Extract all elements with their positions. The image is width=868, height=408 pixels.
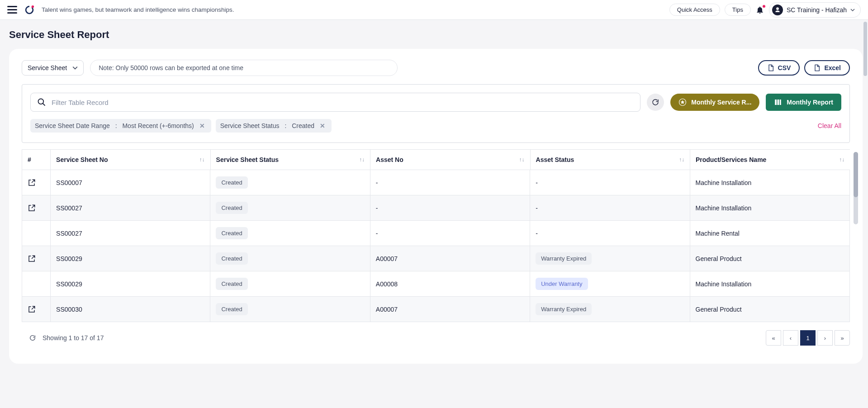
cell-asset-status: -	[530, 195, 690, 221]
cell-product: Machine Installation	[690, 271, 849, 297]
tips-button[interactable]: Tips	[725, 4, 751, 16]
refresh-button[interactable]	[647, 94, 664, 111]
col-sheet-status[interactable]: Service Sheet Status ↑↓	[210, 150, 370, 170]
tagline-text: Talent wins games, but teamwork and inte…	[42, 6, 234, 13]
table-row: SS00007Created--Machine Installation	[22, 170, 850, 195]
svg-point-0	[32, 5, 34, 7]
col-product[interactable]: Product/Services Name ↑↓	[690, 150, 850, 170]
status-badge: Created	[216, 252, 247, 265]
table-row: SS00027Created--Machine Rental	[22, 221, 850, 246]
export-excel-button[interactable]: Excel	[804, 60, 850, 76]
cell-product: General Product	[690, 297, 849, 322]
cell-asset-status: Warranty Expired	[530, 297, 690, 322]
file-icon	[767, 64, 774, 71]
remove-chip-button[interactable]: ✕	[318, 122, 327, 129]
top-bar: Talent wins games, but teamwork and inte…	[0, 0, 868, 20]
sort-icon: ↑↓	[839, 157, 844, 163]
status-badge: Created	[216, 176, 247, 189]
asset-status-badge: Warranty Expired	[536, 303, 592, 315]
cell-asset-status: Under Warranty	[530, 271, 690, 297]
cell-product: Machine Installation	[690, 170, 849, 195]
open-row-button[interactable]	[28, 305, 45, 313]
notification-dot-icon	[762, 5, 766, 8]
open-row-button[interactable]	[28, 179, 45, 187]
cell-sheet-status: Created	[210, 221, 370, 246]
refresh-small-button[interactable]	[29, 334, 36, 342]
pagination-row: Showing 1 to 17 of 17 « ‹ 1 › »	[22, 330, 850, 353]
sheet-type-dropdown[interactable]: Service Sheet	[22, 60, 84, 76]
cell-sheet-status: Created	[210, 271, 370, 297]
search-row: Monthly Service R... Monthly Report	[30, 93, 841, 112]
page-first-button[interactable]: «	[766, 330, 781, 346]
sort-icon: ↑↓	[199, 157, 205, 163]
cell-asset-no: A00008	[370, 271, 530, 297]
table-row: SS00027Created--Machine Installation	[22, 195, 850, 221]
monthly-report-button[interactable]: Monthly Report	[766, 94, 841, 111]
cell-sheet-no: SS00029	[51, 246, 210, 271]
page-last-button[interactable]: »	[835, 330, 850, 346]
cell-sheet-status: Created	[210, 246, 370, 271]
pagination-controls: « ‹ 1 › »	[766, 330, 850, 346]
columns-icon	[774, 98, 782, 106]
search-box[interactable]	[30, 93, 640, 112]
menu-button[interactable]	[7, 6, 17, 14]
sort-icon: ↑↓	[679, 157, 684, 163]
page-number-button[interactable]: 1	[800, 330, 816, 346]
page-scrollbar[interactable]	[863, 22, 867, 76]
cell-sheet-no: SS00027	[51, 221, 210, 246]
chevron-down-icon	[72, 65, 78, 71]
table-wrap: # Service Sheet No ↑↓ Service Sheet Stat…	[22, 149, 850, 322]
page-next-button[interactable]: ›	[817, 330, 833, 346]
svg-rect-4	[778, 100, 779, 105]
cell-product: General Product	[690, 246, 849, 271]
cell-sheet-status: Created	[210, 195, 370, 221]
search-input[interactable]	[52, 99, 634, 106]
content-area: Service Sheet Report Service Sheet Note:…	[0, 20, 868, 408]
open-row-button[interactable]	[28, 204, 45, 212]
user-menu[interactable]: SC Training - Hafizah	[769, 2, 861, 18]
col-hash: #	[22, 150, 51, 170]
cell-sheet-status: Created	[210, 297, 370, 322]
table-frame: Monthly Service R... Monthly Report Serv…	[22, 84, 850, 143]
table-row: SS00030CreatedA00007Warranty ExpiredGene…	[22, 297, 850, 322]
asset-status-badge: Warranty Expired	[536, 252, 592, 265]
app-logo[interactable]	[24, 5, 34, 15]
table-row: SS00029CreatedA00008Under WarrantyMachin…	[22, 271, 850, 297]
search-icon	[37, 98, 46, 107]
sort-icon: ↑↓	[519, 157, 525, 163]
cell-asset-status: -	[530, 170, 690, 195]
quick-access-button[interactable]: Quick Access	[669, 4, 720, 16]
monthly-service-button[interactable]: Monthly Service R...	[670, 94, 759, 111]
filter-chip-date-range[interactable]: Service Sheet Date Range : Most Recent (…	[30, 119, 211, 133]
page-prev-button[interactable]: ‹	[783, 330, 798, 346]
notifications-button[interactable]	[755, 5, 764, 14]
refresh-icon	[651, 98, 659, 106]
clear-all-filters[interactable]: Clear All	[818, 122, 841, 129]
page-title: Service Sheet Report	[9, 29, 863, 41]
col-asset-status[interactable]: Asset Status ↑↓	[530, 150, 690, 170]
table-scrollbar[interactable]	[854, 152, 858, 224]
scrollbar-thumb[interactable]	[854, 152, 858, 197]
remove-chip-button[interactable]: ✕	[198, 122, 207, 129]
status-badge: Created	[216, 202, 247, 214]
cell-sheet-no: SS00030	[51, 297, 210, 322]
col-asset-no[interactable]: Asset No ↑↓	[370, 150, 530, 170]
cell-sheet-no: SS00007	[51, 170, 210, 195]
filter-chip-status[interactable]: Service Sheet Status : Created ✕	[216, 119, 332, 133]
open-row-button[interactable]	[28, 255, 45, 263]
sort-icon: ↑↓	[359, 157, 365, 163]
status-badge: Created	[216, 278, 247, 290]
col-sheet-no[interactable]: Service Sheet No ↑↓	[51, 150, 210, 170]
svg-rect-5	[780, 100, 781, 105]
svg-point-1	[38, 99, 44, 104]
pager-info: Showing 1 to 17 of 17	[43, 334, 104, 342]
export-note: Note: Only 50000 rows can be exported at…	[90, 60, 398, 76]
user-label: SC Training - Hafizah	[787, 6, 847, 14]
cell-asset-no: -	[370, 195, 530, 221]
cell-product: Machine Installation	[690, 195, 849, 221]
cell-sheet-no: SS00027	[51, 195, 210, 221]
export-csv-button[interactable]: CSV	[758, 60, 800, 76]
cell-asset-no: A00007	[370, 297, 530, 322]
toolbar-row: Service Sheet Note: Only 50000 rows can …	[22, 60, 850, 76]
data-table: # Service Sheet No ↑↓ Service Sheet Stat…	[22, 149, 850, 170]
